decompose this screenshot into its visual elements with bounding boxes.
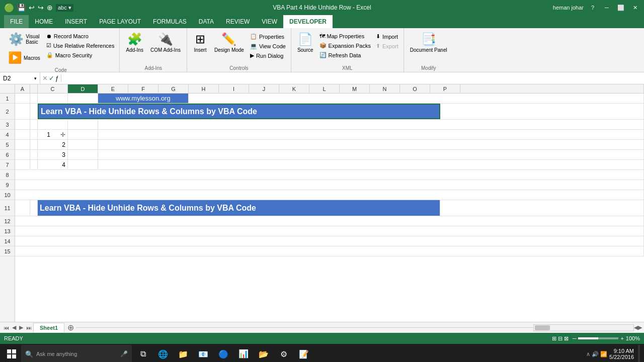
- cell-c2[interactable]: Learn VBA - Hide Unhide Rows & Columns b…: [38, 104, 440, 119]
- macro-security-button[interactable]: 🔒 Macro Security: [44, 51, 117, 59]
- col-header-f[interactable]: F: [128, 84, 158, 93]
- zoom-minus[interactable]: ─: [573, 335, 577, 341]
- cell-a6[interactable]: [15, 150, 30, 159]
- taskbar-edge[interactable]: 🌐: [154, 345, 172, 362]
- tab-formulas[interactable]: FORMULAS: [147, 15, 193, 28]
- cell-row9[interactable]: [15, 180, 644, 190]
- use-relative-references-button[interactable]: ☑ Use Relative References: [44, 41, 117, 50]
- cell-a5[interactable]: [15, 140, 30, 149]
- tab-review[interactable]: REVIEW: [220, 15, 256, 28]
- restore-btn[interactable]: ⬜: [616, 3, 626, 13]
- cell-b1[interactable]: [30, 94, 38, 103]
- row-num-7[interactable]: 7: [0, 160, 15, 170]
- tab-data[interactable]: DATA: [193, 15, 220, 28]
- cell-d6[interactable]: [68, 150, 98, 159]
- cell-a4[interactable]: [15, 130, 30, 139]
- cell-row12[interactable]: [15, 216, 644, 226]
- close-btn[interactable]: ✕: [630, 3, 640, 13]
- quick-access-extra[interactable]: ⊕: [47, 4, 53, 12]
- sheet-add-btn[interactable]: ⊕: [65, 323, 76, 332]
- cell-rest-11[interactable]: [440, 200, 644, 216]
- cell-a3[interactable]: [15, 120, 30, 129]
- run-dialog-button[interactable]: ▶ Run Dialog: [248, 51, 288, 60]
- taskbar-folder[interactable]: 📁: [174, 345, 192, 362]
- map-properties-button[interactable]: 🗺 Map Properties: [317, 32, 373, 40]
- taskbar-task-view[interactable]: ⧉: [134, 345, 152, 362]
- source-button[interactable]: 📄 Source: [294, 30, 316, 55]
- zoom-slider[interactable]: ─ + 100%: [573, 335, 640, 341]
- refresh-data-button[interactable]: 🔄 Refresh Data: [317, 51, 373, 59]
- taskbar-excel[interactable]: 📊: [234, 345, 253, 362]
- cell-rest-1[interactable]: [189, 94, 644, 103]
- cell-b3[interactable]: [30, 120, 38, 129]
- row-num-14[interactable]: 14: [0, 236, 15, 246]
- taskbar-chrome[interactable]: 🔵: [214, 345, 232, 362]
- cell-e1[interactable]: www.mylesson.org: [98, 94, 189, 103]
- view-code-button[interactable]: 💻 View Code: [248, 42, 288, 50]
- taskbar-search[interactable]: 🔍 Ask me anything 🎤: [21, 345, 132, 362]
- zoom-plus[interactable]: +: [620, 335, 623, 341]
- cell-b11[interactable]: [30, 200, 38, 216]
- insert-button[interactable]: ⊞ Insert: [190, 30, 210, 55]
- quick-access-redo[interactable]: ↪: [38, 4, 44, 12]
- tab-developer[interactable]: DEVELOPER: [283, 15, 333, 28]
- cell-a7[interactable]: [15, 160, 30, 169]
- cell-row15[interactable]: [15, 246, 644, 256]
- cell-rest-7[interactable]: [98, 160, 644, 169]
- col-header-p[interactable]: P: [430, 84, 460, 93]
- cell-d3[interactable]: [68, 120, 98, 129]
- record-macro-button[interactable]: ⏺ Record Macro: [44, 32, 117, 40]
- cell-c1[interactable]: [38, 94, 68, 103]
- properties-button[interactable]: 📋 Properties: [248, 32, 288, 41]
- cell-c7[interactable]: 4: [38, 160, 68, 169]
- scroll-left-btn[interactable]: ◀: [634, 324, 638, 331]
- sheet-nav-first[interactable]: ⏮: [2, 325, 11, 331]
- sheet-nav-prev[interactable]: ◀: [11, 324, 18, 331]
- col-header-h[interactable]: H: [189, 84, 219, 93]
- quick-access-save[interactable]: 💾: [17, 4, 26, 12]
- com-addins-button[interactable]: 🔌 COM Add-Ins: [147, 30, 184, 55]
- col-header-n[interactable]: N: [370, 84, 400, 93]
- cell-row13[interactable]: [15, 226, 644, 236]
- tab-view[interactable]: VIEW: [256, 15, 283, 28]
- col-header-d[interactable]: D: [68, 84, 98, 93]
- taskbar-word[interactable]: 📝: [295, 345, 313, 362]
- name-box-dropdown[interactable]: ▾: [34, 76, 37, 81]
- row-num-13[interactable]: 13: [0, 226, 15, 236]
- cell-c4[interactable]: 1 ✛: [38, 130, 68, 139]
- scroll-right-btn[interactable]: ▶: [638, 324, 642, 331]
- taskbar-outlook[interactable]: 📧: [194, 345, 212, 362]
- cell-c5[interactable]: 2: [38, 140, 68, 149]
- row-num-1[interactable]: 1: [0, 94, 15, 104]
- visual-basic-button[interactable]: ⚙️ VisualBasic: [5, 30, 43, 48]
- minimize-btn[interactable]: ─: [602, 3, 612, 13]
- col-header-a[interactable]: A: [15, 84, 30, 93]
- col-header-c[interactable]: C: [38, 84, 68, 93]
- document-panel-button[interactable]: 📑 Document Panel: [407, 30, 450, 55]
- tab-file[interactable]: FILE: [4, 15, 29, 28]
- col-header-b[interactable]: [30, 84, 38, 93]
- cancel-formula-btn[interactable]: ✕: [42, 74, 48, 82]
- col-header-l[interactable]: L: [309, 84, 340, 93]
- cell-d1[interactable]: [68, 94, 98, 103]
- row-num-4[interactable]: 4: [0, 130, 15, 140]
- cell-rest-6[interactable]: [98, 150, 644, 159]
- cell-rest-2[interactable]: [440, 104, 644, 119]
- export-button[interactable]: ⬆ Export: [374, 42, 400, 50]
- cell-c11[interactable]: Learn VBA - Hide Unhide Rows & Columns b…: [38, 200, 440, 216]
- cell-b7[interactable]: [30, 160, 38, 169]
- quick-access-abc[interactable]: abc ▾: [56, 4, 73, 12]
- expansion-packs-button[interactable]: 📦 Expansion Packs: [317, 41, 373, 50]
- cell-b6[interactable]: [30, 150, 38, 159]
- sheet-nav-last[interactable]: ⏭: [25, 325, 33, 331]
- row-num-2[interactable]: 2: [0, 104, 15, 120]
- cell-c3[interactable]: [38, 120, 68, 129]
- cell-row8[interactable]: [15, 170, 644, 179]
- col-header-k[interactable]: K: [279, 84, 309, 93]
- sheet-nav-next[interactable]: ▶: [18, 324, 25, 331]
- taskbar-settings[interactable]: ⚙: [275, 345, 293, 362]
- row-num-9[interactable]: 9: [0, 180, 15, 190]
- taskbar-files[interactable]: 📂: [255, 345, 273, 362]
- cell-d4[interactable]: [68, 130, 98, 139]
- col-header-rest[interactable]: [460, 84, 644, 93]
